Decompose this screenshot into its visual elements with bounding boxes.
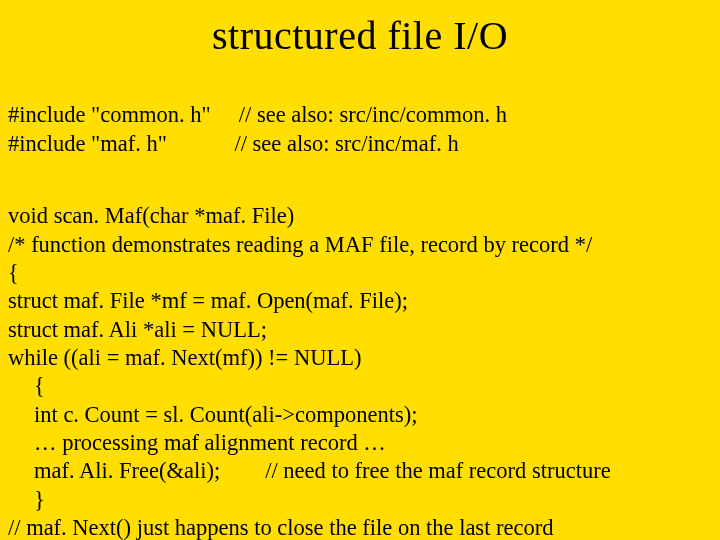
code-line: #include "maf. h" // see also: src/inc/m…	[8, 131, 459, 156]
code-block: #include "common. h" // see also: src/in…	[8, 73, 712, 540]
comment: // need to free the maf record structure	[265, 458, 610, 483]
comment: // see also: src/inc/common. h	[239, 102, 507, 127]
code-line: }	[8, 487, 45, 512]
code-line: /* function demonstrates reading a MAF f…	[8, 232, 592, 257]
slide: structured file I/O #include "common. h"…	[0, 0, 720, 540]
code-line: … processing maf alignment record …	[8, 430, 386, 455]
code-line: {	[8, 373, 45, 398]
code-line: int c. Count = sl. Count(ali->components…	[8, 402, 417, 427]
code-line: maf. Ali. Free(&ali); // need to free th…	[8, 458, 611, 483]
code-line: // maf. Next() just happens to close the…	[8, 515, 553, 540]
include-directive: #include "common. h"	[8, 102, 211, 127]
code-line: void scan. Maf(char *maf. File)	[8, 203, 294, 228]
comment: // see also: src/inc/maf. h	[234, 131, 458, 156]
slide-title: structured file I/O	[8, 12, 712, 59]
code-line: struct maf. Ali *ali = NULL;	[8, 317, 267, 342]
code-line: {	[8, 260, 19, 285]
include-directive: #include "maf. h"	[8, 131, 167, 156]
code-line: struct maf. File *mf = maf. Open(maf. Fi…	[8, 288, 408, 313]
blank-line	[8, 158, 712, 174]
code-line: while ((ali = maf. Next(mf)) != NULL)	[8, 345, 361, 370]
code-line: #include "common. h" // see also: src/in…	[8, 102, 507, 127]
call-expr: maf. Ali. Free(&ali);	[34, 458, 220, 483]
